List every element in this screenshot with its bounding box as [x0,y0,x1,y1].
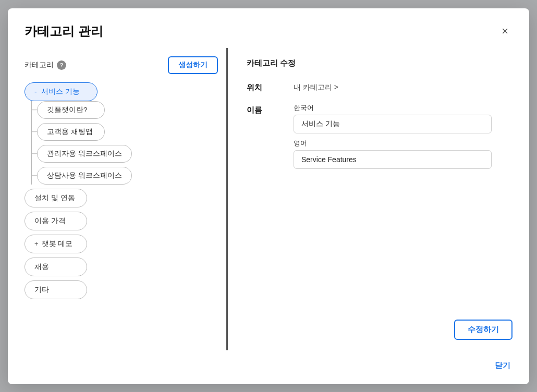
modal-body: 카테고리 ? 생성하기 - 서비스 기능 깃플챗이란? 고객용 [8,48,529,350]
child-item-gitplet[interactable]: 깃플챗이란? [37,101,105,119]
selected-item-prefix: - [34,88,37,96]
right-actions: 수정하기 [247,304,512,340]
category-item-chatbot-demo[interactable]: + 챗봇 데모 [25,235,87,253]
child-item-counselor-workspace[interactable]: 상담사용 워크스페이스 [37,167,132,185]
category-item-pricing-label: 이용 가격 [34,216,66,226]
position-label: 위치 [247,81,294,93]
create-category-button[interactable]: 생성하기 [168,56,218,74]
english-label: 영어 [294,139,512,148]
category-management-modal: 카테고리 관리 × 카테고리 ? 생성하기 - [8,8,529,384]
korean-input[interactable] [294,115,492,133]
category-item-service-features: - 서비스 기능 깃플챗이란? 고객용 채팅앱 관리자용 워크스페이스 상담사용… [25,82,218,185]
category-label-text: 카테고리 [25,60,54,70]
left-panel: 카테고리 ? 생성하기 - 서비스 기능 깃플챗이란? 고객용 [25,48,228,350]
edit-button[interactable]: 수정하기 [454,320,512,340]
english-field-group: 영어 [294,139,512,169]
selected-item-label: 서비스 기능 [41,87,80,96]
child-item-admin-workspace[interactable]: 관리자용 워크스페이스 [37,145,132,163]
category-item-selected[interactable]: - 서비스 기능 [25,82,97,101]
right-panel: 카테고리 수정 위치 내 카테고리 > 이름 한국어 영어 [228,48,512,350]
right-panel-title: 카테고리 수정 [247,58,512,68]
footer-close-button[interactable]: 닫기 [493,357,512,375]
category-item-hiring-label: 채용 [34,262,49,272]
category-item-install[interactable]: 설치 및 연동 [25,189,87,207]
modal-title: 카테고리 관리 [25,23,103,40]
help-icon[interactable]: ? [57,60,66,70]
category-item-etc[interactable]: 기타 [25,280,87,299]
category-children: 깃플챗이란? 고객용 채팅앱 관리자용 워크스페이스 상담사용 워크스페이스 [37,101,218,185]
modal-overlay: 카테고리 관리 × 카테고리 ? 생성하기 - [0,0,537,392]
position-row: 위치 내 카테고리 > [247,81,512,93]
name-row: 이름 한국어 영어 [247,103,512,169]
name-label: 이름 [247,103,294,115]
position-value: 내 카테고리 > [294,81,338,92]
category-item-pricing[interactable]: 이용 가격 [25,212,87,230]
name-fields: 한국어 영어 [294,103,512,169]
category-item-hiring[interactable]: 채용 [25,258,87,276]
category-tree: - 서비스 기능 깃플챗이란? 고객용 채팅앱 관리자용 워크스페이스 상담사용… [25,82,218,299]
modal-header: 카테고리 관리 × [8,8,529,48]
category-item-chatbot-label: 챗봇 데모 [42,239,73,249]
korean-label: 한국어 [294,103,512,113]
modal-footer: 닫기 [8,350,529,384]
korean-field-group: 한국어 [294,103,512,133]
child-item-customer-chat[interactable]: 고객용 채팅앱 [37,123,105,141]
close-button[interactable]: × [497,23,512,39]
category-item-install-label: 설치 및 연동 [34,193,75,203]
category-item-etc-label: 기타 [34,285,49,295]
left-panel-header: 카테고리 ? 생성하기 [25,56,218,74]
english-input[interactable] [294,150,492,169]
chatbot-plus-icon: + [34,240,39,248]
category-label-group: 카테고리 ? [25,60,66,70]
